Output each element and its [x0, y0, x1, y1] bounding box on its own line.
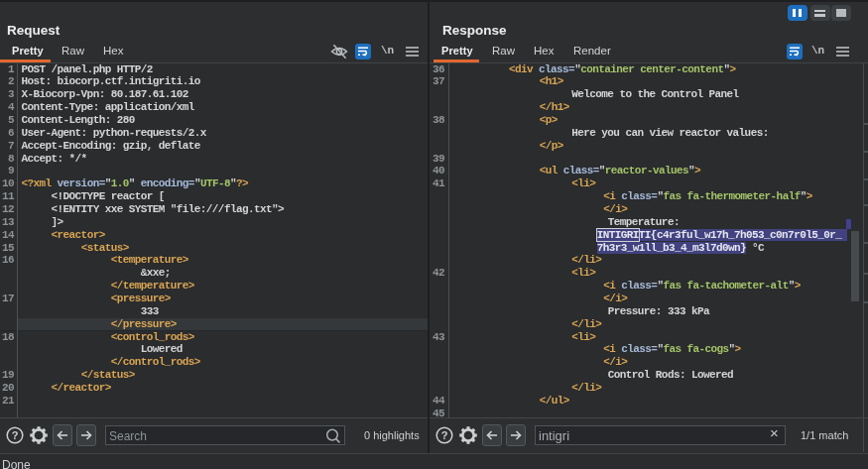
svg-text:?: ? [12, 429, 19, 441]
svg-text:?: ? [441, 429, 448, 441]
